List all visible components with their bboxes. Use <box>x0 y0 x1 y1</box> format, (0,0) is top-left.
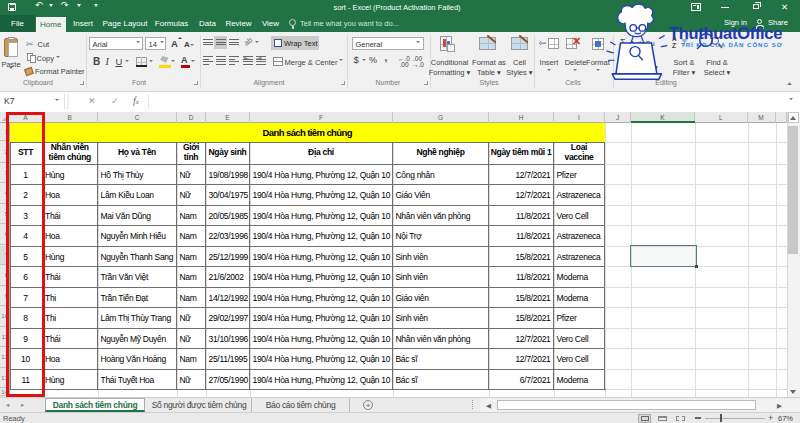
svg-text:TRÍ KỎ CỦA DÂN CÔNG SỞ: TRÍ KỎ CỦA DÂN CÔNG SỞ <box>681 41 783 48</box>
svg-text:ThuthuatOffice: ThuthuatOffice <box>669 24 782 42</box>
